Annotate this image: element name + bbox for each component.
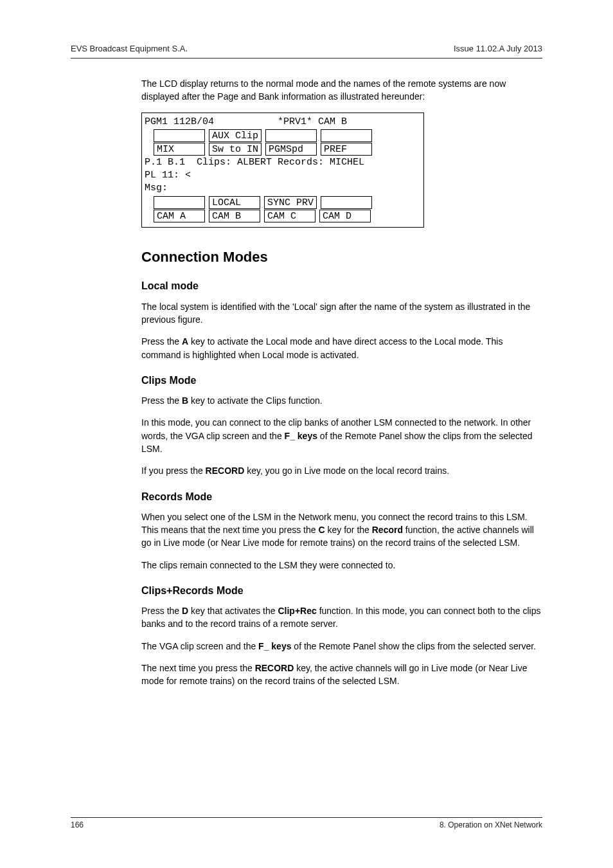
page-number: 166	[71, 820, 84, 829]
cr-p2: The VGA clip screen and the F_ keys of t…	[141, 640, 543, 653]
footer-right: 8. Operation on XNet Network	[440, 820, 542, 829]
lcd-line-4: P.1 B.1 Clips: ALBERT Records: MICHEL	[145, 156, 421, 169]
header-right: Issue 11.02.A July 2013	[454, 44, 542, 53]
footer: 166 8. Operation on XNet Network	[71, 817, 542, 829]
footer-rule	[71, 817, 542, 818]
lcd-line-1: PGM1 112B/04 *PRV1* CAM B	[145, 116, 421, 129]
records-p2: The clips remain connected to the LSM th…	[141, 559, 543, 572]
local-p2: Press the A key to activate the Local mo…	[141, 335, 543, 361]
lcd-cell: PREF	[321, 143, 372, 156]
lcd-display: PGM1 112B/04 *PRV1* CAM B AUX Clip MIX S…	[141, 113, 424, 228]
lcd-row-7: LOCAL SYNC PRV	[145, 196, 421, 209]
subheading-clips-mode: Clips Mode	[141, 373, 543, 388]
clips-p2: In this mode, you can connect to the cli…	[141, 416, 543, 455]
lcd-cell	[321, 196, 372, 209]
lcd-cell	[265, 129, 317, 142]
lcd-cell: PGMSpd	[265, 143, 317, 156]
cr-p3: The next time you press the RECORD key, …	[141, 662, 543, 688]
records-p1: When you select one of the LSM in the Ne…	[141, 511, 543, 550]
header-left: EVS Broadcast Equipment S.A.	[71, 44, 188, 53]
clips-p1: Press the B key to activate the Clips fu…	[141, 394, 543, 407]
header-rule	[71, 58, 542, 59]
clips-p3: If you press the RECORD key, you go in L…	[141, 464, 543, 477]
cr-p1: Press the D key that activates the Clip+…	[141, 604, 543, 631]
lcd-cell: SYNC PRV	[264, 196, 317, 209]
lcd-cell	[154, 196, 205, 209]
lcd-cell: CAM B	[209, 210, 260, 222]
lcd-cell: CAM D	[319, 210, 371, 222]
subheading-local-mode: Local mode	[141, 278, 543, 293]
lcd-cell: CAM A	[154, 210, 205, 222]
intro-paragraph: The LCD display returns to the normal mo…	[141, 77, 543, 104]
lcd-line-6: Msg:	[145, 182, 421, 195]
lcd-row-8: CAM A CAM B CAM C CAM D	[145, 210, 421, 222]
lcd-cell: LOCAL	[209, 196, 260, 209]
lcd-cell: Sw to IN	[209, 143, 262, 156]
section-heading-connection-modes: Connection Modes	[141, 247, 543, 267]
lcd-cell: AUX Clip	[209, 129, 262, 142]
lcd-row-2: AUX Clip	[145, 129, 421, 142]
lcd-row-3: MIX Sw to IN PGMSpd PREF	[145, 143, 421, 156]
lcd-cell: CAM C	[264, 210, 315, 222]
lcd-line-5: PL 11: <	[145, 169, 421, 182]
lcd-cell	[154, 129, 205, 142]
subheading-clips-records-mode: Clips+Records Mode	[141, 583, 543, 598]
subheading-records-mode: Records Mode	[141, 489, 543, 504]
content-area: The LCD display returns to the normal mo…	[141, 77, 543, 697]
local-p1: The local system is identified with the …	[141, 300, 543, 327]
lcd-cell	[321, 129, 372, 142]
lcd-cell: MIX	[154, 143, 205, 156]
